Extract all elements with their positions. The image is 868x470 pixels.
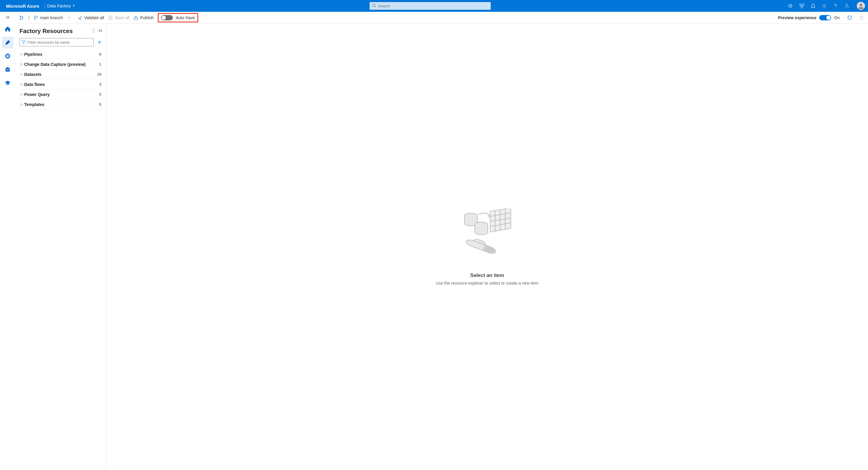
filter-input[interactable] — [20, 38, 93, 46]
refresh-button[interactable] — [847, 15, 852, 21]
svg-rect-4 — [801, 6, 802, 8]
tree-count: 0 — [99, 102, 102, 107]
chevron-right-icon — [73, 3, 75, 8]
svg-point-5 — [824, 5, 825, 6]
validate-all-label: Validate all — [84, 15, 104, 20]
svg-line-1 — [375, 6, 376, 8]
rail-monitor[interactable] — [2, 50, 13, 62]
resource-sidebar: Factory Resources — [16, 24, 106, 470]
breadcrumb-sep: / — [28, 15, 30, 20]
autosave-highlight: Auto Save — [158, 13, 198, 23]
check-icon — [78, 15, 83, 20]
filter-icon — [22, 40, 26, 45]
rail-home[interactable] — [2, 23, 13, 35]
save-icon — [108, 15, 113, 20]
chevron-right-icon: ▷ — [20, 62, 24, 66]
tree-label: Data flows — [24, 82, 99, 87]
svg-point-13 — [34, 15, 35, 17]
toolbar: / main branch Validate all Save all Publ… — [16, 12, 868, 24]
workarea: / main branch Validate all Save all Publ… — [16, 12, 868, 470]
breadcrumb[interactable]: Data Factory — [47, 4, 75, 8]
azure-brand[interactable]: Microsoft Azure — [3, 4, 42, 8]
branch-icon — [34, 15, 38, 20]
rail-manage[interactable] — [2, 64, 13, 75]
delete-button — [859, 15, 864, 21]
help-icon[interactable] — [833, 3, 838, 9]
chevron-right-icon: ▷ — [20, 52, 24, 56]
tree-count: 0 — [99, 92, 102, 97]
publish-button[interactable]: Publish — [133, 15, 154, 20]
preview-label: Preview experience — [778, 15, 816, 20]
directory-icon[interactable] — [799, 3, 805, 9]
tree-cdc[interactable]: ▷ Change Data Capture (preview) 1 — [20, 59, 102, 69]
user-avatar[interactable] — [857, 2, 865, 10]
preview-toggle[interactable] — [819, 15, 831, 21]
save-all-button: Save all — [108, 15, 129, 20]
bell-icon[interactable] — [810, 3, 816, 9]
svg-point-14 — [34, 19, 35, 20]
publish-icon — [133, 15, 138, 20]
preview-state: On — [834, 15, 840, 20]
search-icon — [372, 4, 376, 8]
expand-rail-icon[interactable] — [4, 14, 11, 21]
filter-row: + — [20, 38, 102, 46]
svg-point-7 — [860, 4, 862, 6]
left-rail — [0, 12, 16, 470]
svg-point-6 — [846, 4, 847, 6]
svg-rect-3 — [802, 4, 804, 5]
chevron-right-icon: ▷ — [20, 72, 24, 76]
tree-templates[interactable]: ▷ Templates 0 — [20, 100, 102, 109]
add-resource-button[interactable]: + — [97, 39, 102, 46]
gear-icon[interactable] — [821, 3, 827, 9]
sidebar-title: Factory Resources — [20, 28, 73, 35]
publish-label: Publish — [140, 15, 154, 20]
content-row: / main branch Validate all Save all Publ… — [0, 12, 868, 470]
collapse-panel-icon[interactable] — [98, 29, 102, 34]
autosave-label: Auto Save — [176, 15, 195, 20]
tree-powerquery[interactable]: ▷ Power Query 0 — [20, 90, 102, 100]
tree-label: Templates — [24, 102, 99, 107]
global-search-input[interactable] — [370, 2, 491, 10]
svg-rect-2 — [800, 4, 801, 5]
body-row: Factory Resources — [16, 24, 868, 470]
branch-selector[interactable]: main branch — [34, 15, 71, 20]
empty-title: Select an item — [470, 272, 504, 278]
tree-count: 6 — [99, 52, 102, 56]
header-actions — [788, 2, 865, 10]
tree-label: Pipelines — [24, 52, 99, 57]
hero-illustration — [458, 208, 517, 265]
branch-name: main branch — [40, 15, 63, 20]
svg-rect-12 — [6, 69, 9, 70]
chevron-right-icon: ▷ — [20, 92, 24, 96]
breadcrumb-item[interactable]: Data Factory — [47, 4, 71, 8]
global-search[interactable] — [370, 2, 491, 10]
tree-count: 19 — [97, 72, 102, 76]
feedback-icon[interactable] — [844, 3, 850, 9]
sidebar-header: Factory Resources — [20, 28, 102, 35]
preview-experience: Preview experience On — [778, 15, 840, 21]
tree-dataflows[interactable]: ▷ Data flows 3 — [20, 79, 102, 90]
rail-learn[interactable] — [2, 77, 13, 89]
data-factory-icon[interactable] — [19, 15, 24, 21]
tree-label: Datasets — [24, 72, 97, 77]
divider — [44, 3, 45, 9]
tree-pipelines[interactable]: ▷ Pipelines 6 — [20, 49, 102, 59]
autosave-toggle[interactable] — [161, 15, 173, 21]
filter-input-wrap[interactable] — [20, 38, 94, 46]
svg-point-15 — [37, 16, 38, 18]
svg-rect-11 — [6, 67, 8, 68]
validate-all-button[interactable]: Validate all — [78, 15, 104, 20]
rail-author[interactable] — [2, 37, 13, 48]
chevron-right-icon: ▷ — [20, 82, 24, 86]
empty-subtitle: Use the resource explorer to select or c… — [436, 281, 538, 286]
expand-all-icon[interactable] — [92, 29, 95, 34]
tree-label: Change Data Capture (preview) — [24, 62, 99, 67]
svg-point-0 — [373, 4, 375, 7]
chevron-right-icon: ▷ — [20, 102, 24, 106]
empty-canvas: Select an item Use the resource explorer… — [106, 24, 868, 470]
tree-count: 1 — [99, 62, 102, 66]
tree-datasets[interactable]: ▷ Datasets 19 — [20, 69, 102, 79]
tree-count: 3 — [99, 82, 102, 87]
megaphone-icon[interactable] — [788, 3, 794, 9]
azure-top-bar: Microsoft Azure Data Factory — [0, 0, 868, 12]
